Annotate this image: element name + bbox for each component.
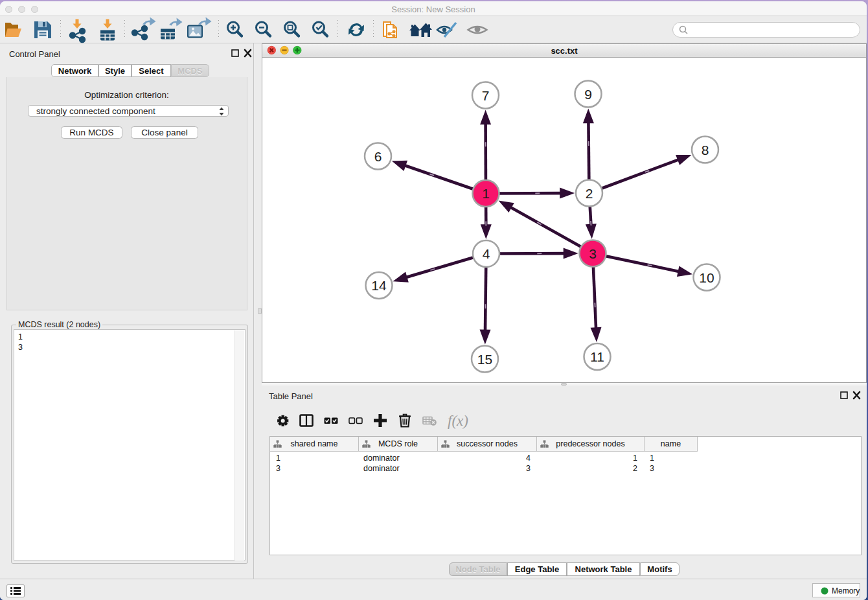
- svg-text:14: 14: [371, 278, 387, 293]
- svg-text:f(x): f(x): [448, 413, 468, 429]
- svg-text:4: 4: [483, 246, 490, 261]
- svg-text:15: 15: [477, 351, 492, 366]
- svg-text:1: 1: [482, 186, 490, 201]
- svg-text:6: 6: [374, 148, 382, 163]
- svg-text:11: 11: [590, 349, 604, 364]
- svg-text:9: 9: [584, 86, 592, 101]
- svg-text:7: 7: [482, 87, 490, 102]
- svg-text:2: 2: [586, 185, 593, 200]
- svg-text:10: 10: [699, 270, 714, 284]
- svg-text:8: 8: [702, 142, 709, 157]
- svg-text:3: 3: [589, 246, 597, 260]
